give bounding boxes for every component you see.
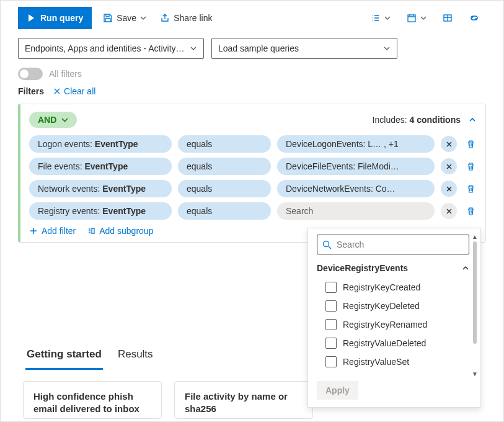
plus-icon <box>29 227 38 235</box>
all-filters-toggle[interactable] <box>18 68 43 80</box>
includes-summary: Includes: 4 conditions <box>373 115 461 125</box>
run-query-button[interactable]: Run query <box>18 7 92 29</box>
add-filter-button[interactable]: Add filter <box>29 226 76 236</box>
date-range-button[interactable] <box>404 11 429 25</box>
filter-field-pill[interactable]: Network events: EventType <box>29 180 172 197</box>
delete-filter-button[interactable] <box>464 184 477 194</box>
option-label: RegistryKeyCreated <box>343 282 420 292</box>
save-button[interactable]: Save <box>100 11 149 25</box>
filter-row: Registry events: EventTypeequalsSearch <box>29 202 477 220</box>
clear-value-button[interactable] <box>441 158 457 174</box>
table-icon <box>443 13 453 23</box>
filter-value-pill[interactable]: DeviceNetworkEvents: Co… <box>277 180 435 197</box>
logic-operator-button[interactable]: AND <box>29 112 77 128</box>
sample-queries-value: Load sample queries <box>218 43 378 53</box>
dropdown-search-input[interactable] <box>335 239 464 250</box>
scroll-up-icon[interactable]: ▲ <box>472 233 478 240</box>
clear-value-button[interactable] <box>441 136 457 152</box>
list-icon <box>371 13 381 23</box>
tab-getting-started[interactable]: Getting started <box>25 342 103 370</box>
checkbox[interactable] <box>325 300 337 312</box>
checkbox[interactable] <box>325 338 337 349</box>
option-label: RegistryValueDeleted <box>343 338 426 348</box>
sample-queries-select[interactable]: Load sample queries <box>211 38 397 59</box>
trash-icon <box>466 162 475 171</box>
scope-select[interactable]: Endpoints, Apps and identities - Activit… <box>18 38 204 59</box>
apply-button[interactable]: Apply <box>317 381 358 400</box>
filter-value-pill[interactable]: Search <box>277 202 435 220</box>
add-filter-label: Add filter <box>42 226 76 236</box>
checkbox[interactable] <box>325 356 337 367</box>
close-icon <box>445 163 453 171</box>
add-subgroup-button[interactable]: Add subgroup <box>87 226 153 236</box>
clear-all-label: Clear all <box>64 86 95 96</box>
trash-icon <box>466 184 475 194</box>
filter-row: File events: EventTypeequalsDeviceFileEv… <box>29 158 477 175</box>
trash-icon <box>466 207 475 216</box>
filter-field-pill[interactable]: Logon events: EventType <box>29 135 172 153</box>
checkbox[interactable] <box>325 282 337 293</box>
delete-filter-button[interactable] <box>464 207 477 216</box>
close-icon <box>445 140 453 148</box>
option-label: RegistryKeyRenamed <box>343 320 427 330</box>
option-label: RegistryKeyDeleted <box>343 301 420 311</box>
dropdown-search[interactable] <box>317 235 469 254</box>
filter-value-pill[interactable]: DeviceLogonEvents: L… , +1 <box>277 135 435 153</box>
dropdown-scrollbar[interactable]: ▲ ▼ <box>471 233 479 377</box>
scope-value: Endpoints, Apps and identities - Activit… <box>25 43 185 53</box>
clear-all-button[interactable]: Clear all <box>53 86 95 96</box>
share-link-button[interactable]: Share link <box>157 11 214 25</box>
sample-card[interactable]: High confidence phish email delivered to… <box>23 381 162 419</box>
share-label: Share link <box>174 13 212 23</box>
option-label: RegistryValueSet <box>343 357 409 367</box>
delete-filter-button[interactable] <box>464 140 477 149</box>
link-icon <box>469 13 480 23</box>
filter-operator-pill[interactable]: equals <box>178 202 271 220</box>
dropdown-group-header[interactable]: DeviceRegistryEvents <box>317 263 469 273</box>
chevron-down-icon <box>61 117 68 123</box>
schema-button[interactable] <box>440 11 455 25</box>
dropdown-group-label: DeviceRegistryEvents <box>317 263 408 273</box>
list-view-button[interactable] <box>368 11 393 25</box>
filter-row: Logon events: EventTypeequalsDeviceLogon… <box>29 135 477 153</box>
dropdown-option[interactable]: RegistryKeyDeleted <box>317 297 469 315</box>
clear-value-button[interactable] <box>441 203 457 219</box>
filter-field-pill[interactable]: Registry events: EventType <box>29 202 172 220</box>
filter-operator-pill[interactable]: equals <box>178 158 271 175</box>
filter-panel: AND Includes: 4 conditions Logon events:… <box>18 104 486 243</box>
sample-card[interactable]: File activity by name or sha256 <box>174 381 313 419</box>
chevron-down-icon <box>190 45 197 52</box>
checkbox[interactable] <box>325 319 337 330</box>
filter-operator-pill[interactable]: equals <box>178 180 271 197</box>
collapse-icon[interactable] <box>468 115 477 124</box>
chevron-down-icon <box>140 15 146 21</box>
save-label: Save <box>117 13 136 23</box>
close-icon <box>53 87 61 96</box>
tab-results[interactable]: Results <box>117 342 154 370</box>
clear-value-button[interactable] <box>441 181 457 197</box>
dropdown-option[interactable]: RegistryKeyRenamed <box>317 315 469 334</box>
dropdown-option[interactable]: RegistryKeyCreated <box>317 278 469 297</box>
link-button[interactable] <box>466 11 482 25</box>
dropdown-option[interactable]: RegistryValueSet <box>317 352 469 371</box>
add-subgroup-label: Add subgroup <box>99 226 153 236</box>
chevron-down-icon <box>383 45 391 52</box>
logic-operator-label: AND <box>38 115 56 125</box>
play-icon <box>27 14 35 22</box>
filter-value-pill[interactable]: DeviceFileEvents: FileModi… <box>277 158 435 175</box>
chevron-down-icon <box>384 15 391 21</box>
filter-operator-pill[interactable]: equals <box>178 135 271 153</box>
dropdown-option[interactable]: RegistryValueDeleted <box>317 334 469 352</box>
filters-heading: Filters <box>18 86 44 96</box>
save-icon <box>103 13 113 23</box>
chevron-up-icon <box>462 264 469 272</box>
search-icon <box>322 240 332 249</box>
run-query-label: Run query <box>40 13 83 23</box>
delete-filter-button[interactable] <box>464 162 477 171</box>
value-dropdown: DeviceRegistryEvents RegistryKeyCreatedR… <box>307 228 481 408</box>
scroll-down-icon[interactable]: ▼ <box>472 370 478 377</box>
svg-rect-0 <box>408 15 415 22</box>
subgroup-icon <box>87 227 95 235</box>
scroll-thumb[interactable] <box>473 241 477 344</box>
filter-field-pill[interactable]: File events: EventType <box>29 158 172 175</box>
